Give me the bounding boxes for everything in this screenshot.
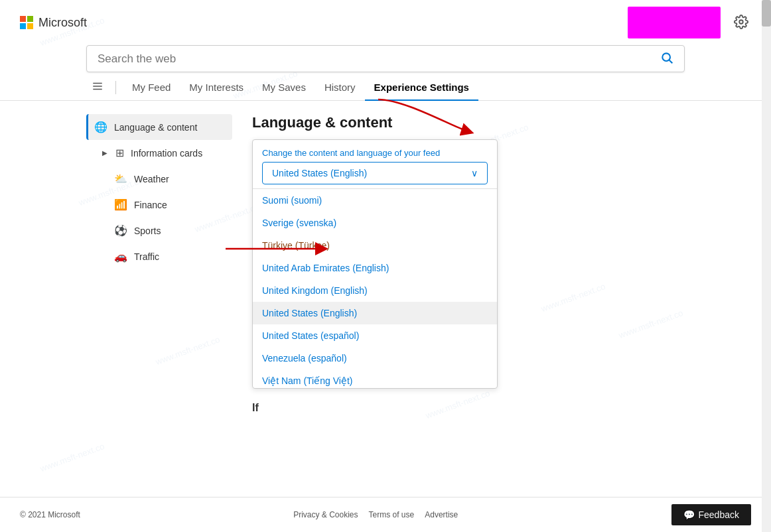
feedback-label: Feedback xyxy=(699,509,739,520)
dropdown-label: Change the content and language of your … xyxy=(253,140,497,162)
dropdown-list: Suomi (suomi) Sverige (svenska) Türkiye … xyxy=(253,188,497,388)
pink-banner xyxy=(628,7,721,38)
info-title: If xyxy=(252,402,685,414)
content-title: Language & content xyxy=(252,114,685,131)
footer-advertise-link[interactable]: Advertise xyxy=(425,510,458,519)
gear-icon xyxy=(734,15,748,29)
dropdown-option-vietnam[interactable]: Việt Nam (Tiếng Việt) xyxy=(253,369,497,388)
info-section: If xyxy=(252,402,685,414)
nav-item-my-interests[interactable]: My Interests xyxy=(180,75,253,101)
search-icon xyxy=(660,51,673,64)
sidebar-item-finance[interactable]: 📶 Finance xyxy=(106,192,232,218)
content-area: Language & content Change the content an… xyxy=(252,114,685,419)
ms-grid-icon xyxy=(20,16,33,29)
info-cards-icon: ⊞ xyxy=(115,147,124,159)
nav-bar: My Feed My Interests My Saves History Ex… xyxy=(0,75,771,101)
sidebar-item-information-cards[interactable]: ▶ ⊞ Information cards xyxy=(86,140,232,166)
hamburger-button[interactable] xyxy=(86,75,109,100)
sidebar-item-traffic[interactable]: 🚗 Traffic xyxy=(106,243,232,269)
svg-line-2 xyxy=(669,60,673,64)
svg-point-0 xyxy=(739,20,743,24)
dropdown-option-turkiye[interactable]: Türkiye (Türkçe) xyxy=(253,234,497,257)
scrollbar[interactable] xyxy=(762,0,771,532)
weather-icon: ⛅ xyxy=(114,172,127,185)
globe-icon: 🌐 xyxy=(94,121,107,133)
sidebar: 🌐 Language & content ▶ ⊞ Information car… xyxy=(86,114,232,419)
header: Microsoft xyxy=(0,0,771,45)
svg-point-1 xyxy=(662,53,670,61)
search-button[interactable] xyxy=(660,51,673,66)
sports-icon: ⚽ xyxy=(114,224,127,237)
nav-item-history[interactable]: History xyxy=(315,75,365,101)
gear-button[interactable] xyxy=(731,12,751,34)
sidebar-label-information-cards: Information cards xyxy=(131,148,202,159)
finance-icon: 📶 xyxy=(114,198,127,211)
sidebar-item-sports[interactable]: ⚽ Sports xyxy=(106,218,232,243)
dropdown-option-suomi[interactable]: Suomi (suomi) xyxy=(253,189,497,212)
footer: © 2021 Microsoft Privacy & Cookies Terms… xyxy=(0,497,771,532)
dropdown-option-sverige[interactable]: Sverige (svenska) xyxy=(253,212,497,234)
dropdown-selected[interactable]: United States (English) ∨ xyxy=(262,162,488,184)
nav-item-my-saves[interactable]: My Saves xyxy=(253,75,315,101)
microsoft-wordmark: Microsoft xyxy=(38,16,87,30)
footer-links: Privacy & Cookies Terms of use Advertise xyxy=(293,510,458,519)
main-content: 🌐 Language & content ▶ ⊞ Information car… xyxy=(0,101,771,432)
hamburger-icon xyxy=(92,80,104,92)
nav-item-my-feed[interactable]: My Feed xyxy=(123,75,180,101)
dropdown-card: Change the content and language of your … xyxy=(252,139,498,389)
chevron-down-icon: ∨ xyxy=(471,168,478,178)
dropdown-option-uae[interactable]: United Arab Emirates (English) xyxy=(253,257,497,279)
dropdown-selected-text: United States (English) xyxy=(272,168,367,178)
nav-divider xyxy=(115,81,116,94)
sidebar-label-language-content: Language & content xyxy=(114,122,197,133)
dropdown-option-uk[interactable]: United Kingdom (English) xyxy=(253,279,497,302)
footer-terms-link[interactable]: Terms of use xyxy=(369,510,415,519)
traffic-icon: 🚗 xyxy=(114,250,127,263)
search-box xyxy=(86,45,685,72)
sidebar-item-language-content[interactable]: 🌐 Language & content xyxy=(86,114,232,140)
sidebar-label-sports: Sports xyxy=(134,226,161,236)
footer-privacy-link[interactable]: Privacy & Cookies xyxy=(293,510,358,519)
sidebar-label-weather: Weather xyxy=(134,174,169,184)
nav-item-experience-settings[interactable]: Experience Settings xyxy=(365,75,478,101)
dropdown-option-venezuela[interactable]: Venezuela (español) xyxy=(253,347,497,369)
search-container xyxy=(0,45,771,72)
scrollbar-thumb[interactable] xyxy=(762,0,771,27)
microsoft-logo: Microsoft xyxy=(20,16,87,30)
dropdown-list-scroll[interactable]: Suomi (suomi) Sverige (svenska) Türkiye … xyxy=(253,189,497,388)
sidebar-item-weather[interactable]: ⛅ Weather xyxy=(106,166,232,192)
sidebar-label-traffic: Traffic xyxy=(134,251,159,262)
copyright: © 2021 Microsoft xyxy=(20,510,80,519)
sidebar-children: ⛅ Weather 📶 Finance ⚽ Sports 🚗 Traffic xyxy=(86,166,232,269)
sidebar-label-finance: Finance xyxy=(134,200,167,210)
dropdown-option-us-english[interactable]: United States (English) xyxy=(253,302,497,324)
search-input[interactable] xyxy=(98,52,660,66)
dropdown-option-us-espanol[interactable]: United States (español) xyxy=(253,324,497,347)
feedback-icon: 💬 xyxy=(683,509,695,520)
expand-arrow-icon: ▶ xyxy=(102,149,107,157)
feedback-button[interactable]: 💬 Feedback xyxy=(671,504,751,525)
